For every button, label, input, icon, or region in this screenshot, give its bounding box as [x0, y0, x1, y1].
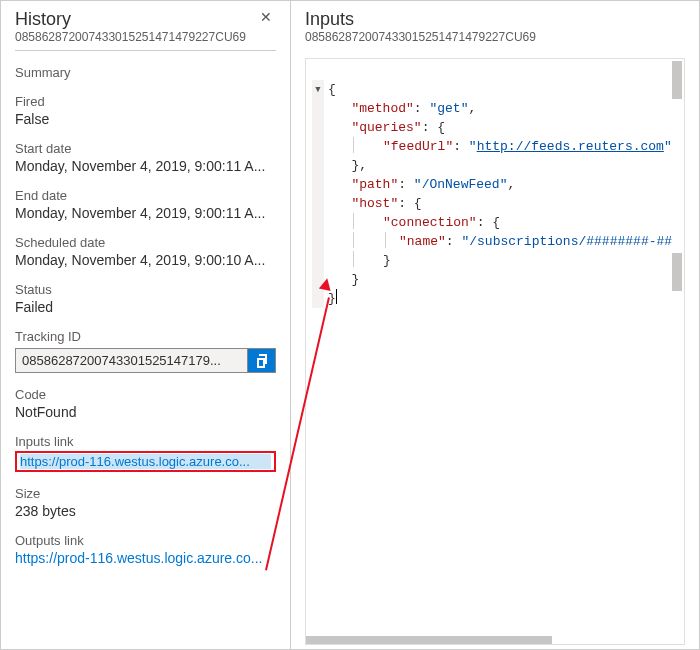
inputs-link-highlight: https://prod-116.westus.logic.azure.co..… [15, 451, 276, 472]
code-value: NotFound [15, 404, 276, 420]
start-date-value: Monday, November 4, 2019, 9:00:11 A... [15, 158, 276, 174]
inputs-link-label: Inputs link [15, 434, 276, 449]
start-date-label: Start date [15, 141, 276, 156]
end-date-value: Monday, November 4, 2019, 9:00:11 A... [15, 205, 276, 221]
json-path: /OnNewFeed [422, 177, 500, 192]
inputs-link[interactable]: https://prod-116.westus.logic.azure.co..… [20, 454, 271, 469]
status-value: Failed [15, 299, 276, 315]
copy-icon [255, 354, 269, 368]
history-title: History [15, 9, 246, 30]
size-label: Size [15, 486, 276, 501]
scrollbar-top-marker[interactable] [672, 61, 682, 99]
json-content: ▾{ "method": "get", "queries": { "feedUr… [306, 59, 684, 310]
inputs-title: Inputs [305, 9, 536, 30]
json-connection-name: /subscriptions/########-## [469, 234, 672, 249]
copy-button[interactable] [248, 348, 276, 373]
json-method: get [437, 101, 460, 116]
fold-icon[interactable]: ▾ [312, 80, 324, 99]
inputs-panel: Inputs 085862872007433015251471479227CU6… [291, 1, 699, 649]
close-icon[interactable]: ✕ [256, 9, 276, 25]
annotation-arrowhead-icon [319, 277, 333, 291]
size-value: 238 bytes [15, 503, 276, 519]
json-viewer[interactable]: ▾{ "method": "get", "queries": { "feedUr… [305, 58, 685, 645]
fired-value: False [15, 111, 276, 127]
horizontal-scrollbar[interactable] [306, 636, 684, 644]
summary-heading: Summary [15, 65, 276, 80]
inputs-run-id: 085862872007433015251471479227CU69 [305, 30, 536, 44]
scheduled-date-label: Scheduled date [15, 235, 276, 250]
scroll-thumb[interactable] [306, 636, 552, 644]
history-panel: History 085862872007433015251471479227CU… [1, 1, 291, 649]
tracking-id-label: Tracking ID [15, 329, 276, 344]
history-run-id: 085862872007433015251471479227CU69 [15, 30, 246, 44]
end-date-label: End date [15, 188, 276, 203]
json-feedurl[interactable]: http://feeds.reuters.com [477, 139, 664, 154]
outputs-link-label: Outputs link [15, 533, 276, 548]
fired-label: Fired [15, 94, 276, 109]
text-caret [336, 289, 337, 304]
code-label: Code [15, 387, 276, 402]
status-label: Status [15, 282, 276, 297]
tracking-id-value[interactable]: 08586287200743301525147179... [15, 348, 248, 373]
outputs-link[interactable]: https://prod-116.westus.logic.azure.co..… [15, 550, 276, 566]
scheduled-date-value: Monday, November 4, 2019, 9:00:10 A... [15, 252, 276, 268]
scrollbar-bottom-marker[interactable] [672, 253, 682, 291]
